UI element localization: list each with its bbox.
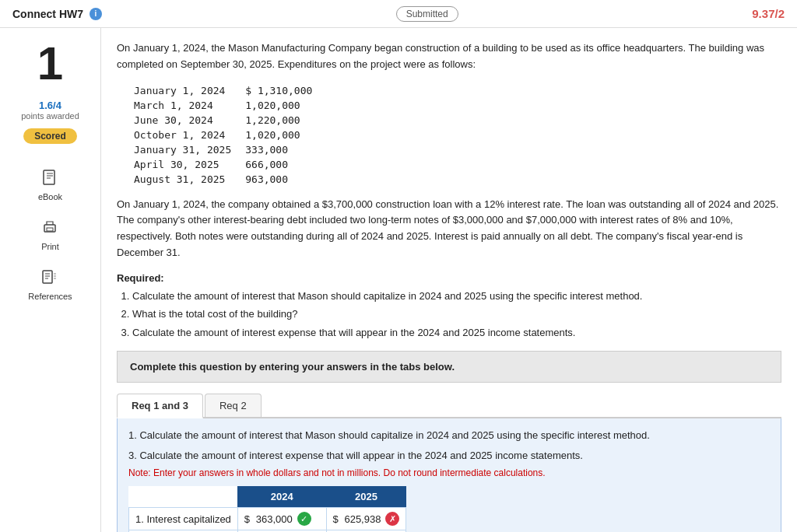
exp-amount: 963,000: [245, 173, 325, 186]
value-2025-0: 625,938: [344, 513, 381, 525]
required-label: Required:: [117, 272, 164, 284]
row-2025-0: $ 625,938✗: [326, 508, 406, 530]
expenditure-row: June 30, 20241,220,000: [134, 114, 325, 127]
correct-icon: ✓: [297, 512, 311, 526]
requirements-list: Calculate the amount of interest that Ma…: [132, 289, 781, 341]
table-row: 1. Interest capitalized$ 363,000✓$ 625,9…: [129, 508, 406, 530]
loan-text: On January 1, 2024, the company obtained…: [117, 197, 781, 261]
sidebar-item-references[interactable]: References: [28, 265, 72, 301]
top-bar: Connect HW7 i Submitted 9.37/2: [0, 0, 797, 28]
svg-rect-0: [44, 170, 54, 184]
top-bar-left: Connect HW7 i: [12, 8, 102, 20]
row-label-0: 1. Interest capitalized: [129, 508, 238, 530]
required-section: Required: Calculate the amount of intere…: [117, 272, 781, 341]
exp-amount: 1,020,000: [245, 99, 325, 112]
expenditure-row: March 1, 20241,020,000: [134, 99, 325, 112]
exp-amount: $ 1,310,000: [245, 84, 325, 97]
exp-amount: 666,000: [245, 158, 325, 171]
status-badge: Submitted: [396, 6, 458, 22]
exp-date: January 31, 2025: [134, 143, 244, 156]
score-display: 9.37/2: [752, 7, 785, 20]
requirement-1: Calculate the amount of interest that Ma…: [132, 289, 781, 304]
exp-amount: 333,000: [245, 143, 325, 156]
requirement-3: Calculate the amount of interest expense…: [132, 325, 781, 341]
incorrect-icon: ✗: [385, 512, 399, 526]
hw-title: Connect HW7: [12, 8, 83, 20]
exp-date: March 1, 2024: [134, 99, 244, 112]
exp-amount: 1,020,000: [245, 128, 325, 142]
exp-date: January 1, 2024: [134, 84, 244, 97]
row-2024-0: $ 363,000✓: [237, 508, 326, 530]
col-header-2024: 2024: [237, 486, 326, 508]
expenditure-row: January 31, 2025333,000: [134, 143, 325, 156]
expenditure-row: August 31, 2025963,000: [134, 173, 325, 186]
sidebar: 1 1.6/4 points awarded Scored eBook: [0, 28, 101, 532]
sidebar-item-print[interactable]: Print: [38, 215, 61, 251]
references-label: References: [28, 292, 72, 301]
exp-date: October 1, 2024: [134, 128, 244, 142]
col-header-label: [129, 486, 238, 508]
note-text: Note: Enter your answers in whole dollar…: [128, 467, 770, 478]
print-icon: [38, 215, 61, 239]
ebook-icon: [38, 166, 61, 189]
svg-rect-3: [43, 271, 52, 283]
ebook-label: eBook: [38, 192, 62, 201]
expenditure-row: January 1, 2024$ 1,310,000: [134, 84, 325, 97]
data-table: 20242025 1. Interest capitalized$ 363,00…: [128, 486, 406, 532]
col-header-2025: 2025: [326, 486, 406, 508]
exp-date: August 31, 2025: [134, 173, 244, 186]
answer-line2: 3. Calculate the amount of interest expe…: [128, 448, 770, 464]
question-number: 1: [37, 40, 63, 87]
answer-panel: 1. Calculate the amount of interest that…: [117, 418, 781, 532]
content-area: On January 1, 2024, the Mason Manufactur…: [101, 28, 797, 532]
points-awarded: 1.6/4: [39, 100, 61, 111]
expenditures-table: January 1, 2024$ 1,310,000March 1, 20241…: [132, 82, 326, 187]
answer-line1: 1. Calculate the amount of interest that…: [128, 428, 770, 443]
references-icon: [38, 265, 61, 289]
exp-amount: 1,220,000: [245, 114, 325, 127]
points-label: points awarded: [21, 111, 79, 121]
tabs-bar: Req 1 and 3Req 2: [117, 394, 781, 418]
dollar-sign: $: [333, 513, 339, 525]
exp-date: June 30, 2024: [134, 114, 244, 127]
expenditure-row: April 30, 2025666,000: [134, 158, 325, 171]
svg-rect-2: [47, 228, 53, 231]
print-label: Print: [41, 242, 59, 251]
dollar-sign: $: [244, 513, 250, 525]
value-2024-0: 363,000: [256, 513, 293, 525]
main-layout: 1 1.6/4 points awarded Scored eBook: [0, 28, 797, 532]
instruction-box: Complete this question by entering your …: [117, 351, 781, 383]
intro-text: On January 1, 2024, the Mason Manufactur…: [117, 40, 781, 73]
exp-date: April 30, 2025: [134, 158, 244, 171]
scored-badge: Scored: [23, 128, 77, 144]
sidebar-item-ebook[interactable]: eBook: [38, 166, 62, 201]
requirement-2: What is the total cost of the building?: [132, 306, 781, 322]
tab-req1and3[interactable]: Req 1 and 3: [117, 394, 203, 418]
info-icon[interactable]: i: [90, 8, 102, 20]
sidebar-icon-group: eBook Print: [28, 166, 72, 301]
tab-req2[interactable]: Req 2: [205, 394, 262, 417]
expenditure-row: October 1, 20241,020,000: [134, 128, 325, 142]
